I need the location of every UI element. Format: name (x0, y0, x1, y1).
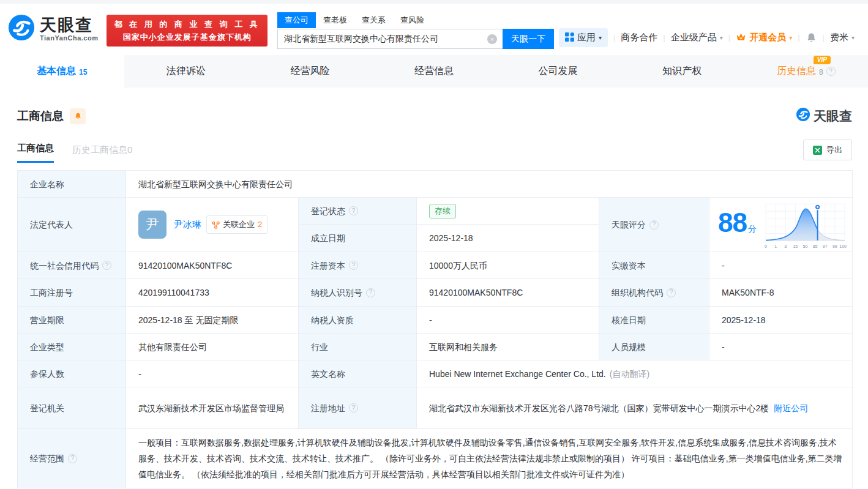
search-input[interactable] (277, 29, 503, 49)
search-button[interactable]: 天眼一下 (503, 29, 554, 49)
field-label: 工商注册号 (18, 279, 126, 307)
subtab-history-business-info[interactable]: 历史工商信息0 (72, 144, 132, 163)
legal-representative-cell: 尹 尹冰琳 关联企业 2 (126, 198, 299, 252)
svg-text:1: 1 (774, 244, 777, 248)
chevron-down-icon: ▾ (720, 34, 723, 41)
paid-capital: - (709, 252, 853, 279)
clear-search-icon[interactable]: × (487, 34, 497, 44)
staff-size: - (709, 334, 853, 360)
subscribe-bell-button[interactable] (70, 108, 86, 124)
tianyancha-logo[interactable]: 天眼查 TianYanCha.com (7, 13, 98, 44)
tab-label: 经营风险 (290, 65, 329, 78)
header: 天眼查 TianYanCha.com 都 在 用 的 商 业 查 询 工 具 国… (0, 4, 868, 55)
field-label: 登记状态 ? (299, 198, 417, 225)
help-icon[interactable]: ? (68, 454, 77, 463)
tab-label: 公司发展 (539, 65, 578, 78)
tab-history-count: 8 (819, 68, 823, 77)
chevron-down-icon: ▾ (851, 34, 855, 41)
status-badge: 存续 (429, 204, 456, 218)
main-tabbar: 基本信息 15 法律诉讼 经营风险 经营信息 公司发展 知识产权 历史信息 VI… (0, 55, 868, 88)
help-icon[interactable]: ? (349, 206, 358, 215)
field-label: 核准日期 (599, 307, 709, 334)
field-label: 行业 (299, 334, 417, 360)
tab-intellectual-property[interactable]: 知识产权 (620, 55, 744, 88)
search-tab-relation[interactable]: 查关系 (354, 12, 393, 28)
help-icon[interactable]: ? (667, 288, 676, 297)
field-label: 统一社会信用代码 ? (18, 252, 126, 279)
field-label: 成立日期 (299, 225, 417, 252)
tab-label: 知识产权 (662, 65, 702, 78)
nav-user-menu[interactable]: 费米 ▾ (830, 32, 855, 43)
search-tab-risk[interactable]: 查风险 (393, 12, 432, 28)
related-company-count: 2 (258, 218, 262, 231)
tab-basic-info-label: 基本信息 (37, 65, 76, 78)
credit-code: 91420100MAK50NTF8C (126, 252, 299, 279)
related-company-badge[interactable]: 关联企业 2 (206, 215, 268, 234)
search-tab-boss[interactable]: 查老板 (316, 12, 354, 28)
field-label: 人员规模 (599, 334, 709, 360)
svg-text:100: 100 (839, 244, 847, 248)
chart-x-ticks: 0 1 3 15 50 85 97 99 100 (765, 244, 847, 248)
business-info-table: 企业名称 湖北省新型互联网交换中心有限责任公司 法定代表人 尹 尹冰琳 关联企业… (17, 170, 853, 488)
help-icon[interactable]: ? (826, 67, 836, 76)
field-label: 注册资本 ? (299, 252, 417, 279)
field-label: 英文名称 (299, 360, 417, 387)
nav-cooperation[interactable]: 商务合作 (621, 32, 657, 43)
field-label: 组织机构代码 ? (599, 279, 709, 307)
status-date-block: 登记状态 ? 存续 成立日期 2025-12-18 (299, 198, 599, 252)
field-label: 企业名称 (18, 171, 126, 198)
apps-grid-icon (565, 32, 574, 43)
svg-text:3: 3 (784, 244, 787, 248)
help-icon[interactable]: ? (366, 288, 375, 297)
search-tab-company[interactable]: 查公司 (277, 12, 316, 28)
nearby-companies-link[interactable]: 附近公司 (774, 403, 808, 413)
logo-subtitle: TianYanCha.com (40, 34, 98, 42)
banner-line2: 国家中小企业发展子基金旗下机构 (114, 31, 260, 43)
legal-representative-link[interactable]: 尹冰琳 (174, 218, 201, 231)
taxpayer-number: 91420100MAK50NTF8C (417, 279, 599, 307)
field-label: 登记机关 (18, 387, 126, 429)
curve-blue-area (766, 209, 845, 241)
field-label: 实缴资本 (599, 252, 709, 279)
nav-open-vip[interactable]: 开通会员 ▾ (736, 32, 792, 43)
help-icon[interactable]: ? (349, 261, 358, 270)
score-label: 天眼评分 (612, 218, 646, 231)
reg-authority: 武汉东湖新技术开发区市场监督管理局 (126, 387, 299, 429)
tab-basic-info[interactable]: 基本信息 15 (0, 55, 124, 88)
help-icon[interactable]: ? (349, 403, 358, 412)
nav-enterprise-label: 企业级产品 (671, 32, 717, 43)
export-button[interactable]: 导出 (803, 140, 852, 160)
tab-label: 经营信息 (414, 65, 454, 78)
subtab-business-info[interactable]: 工商信息 (17, 143, 54, 163)
auto-translate-note: (自动翻译) (610, 367, 649, 381)
score-cell: 88分 0 (709, 198, 853, 252)
approve-date: 2025-12-18 (709, 307, 853, 334)
field-label: 注册地址 ? (299, 387, 417, 429)
tab-operation-risk[interactable]: 经营风险 (248, 55, 372, 88)
nav-cooperation-label: 商务合作 (621, 32, 657, 43)
tab-history-label: 历史信息 (777, 65, 816, 78)
company-type: 其他有限责任公司 (126, 334, 299, 360)
svg-text:0: 0 (765, 244, 767, 248)
avatar[interactable]: 尹 (138, 211, 166, 239)
notification-bell[interactable] (806, 32, 817, 43)
tab-company-development[interactable]: 公司发展 (496, 55, 620, 88)
vip-badge: VIP (814, 56, 831, 64)
help-icon[interactable]: ? (102, 261, 111, 270)
nav-apps[interactable]: 应用 ▾ (559, 28, 608, 47)
tab-label: 法律诉讼 (166, 65, 206, 78)
banner-line1: 都 在 用 的 商 业 查 询 工 具 (114, 18, 260, 31)
watermark-label: 天眼查 (814, 108, 852, 125)
nav-enterprise-products[interactable]: 企业级产品 ▾ (671, 32, 723, 43)
reg-address: 湖北省武汉市东湖新技术开发区光谷八路78号湖北（国家）宽带研发中心一期演示中心2… (429, 403, 769, 413)
help-icon[interactable]: ? (649, 220, 659, 230)
tab-history-info[interactable]: 历史信息 VIP 8 ? (744, 55, 868, 88)
score-unit: 分 (748, 224, 757, 234)
tab-legal-litigation[interactable]: 法律诉讼 (124, 55, 249, 88)
subtabs: 工商信息 历史工商信息0 导出 (0, 140, 868, 163)
reg-capital: 10000万人民币 (417, 252, 599, 279)
business-term: 2025-12-18 至 无固定期限 (126, 307, 299, 334)
tab-operation-info[interactable]: 经营信息 (372, 55, 496, 88)
nav-separator: | (663, 33, 665, 42)
nav-separator: | (728, 33, 730, 42)
